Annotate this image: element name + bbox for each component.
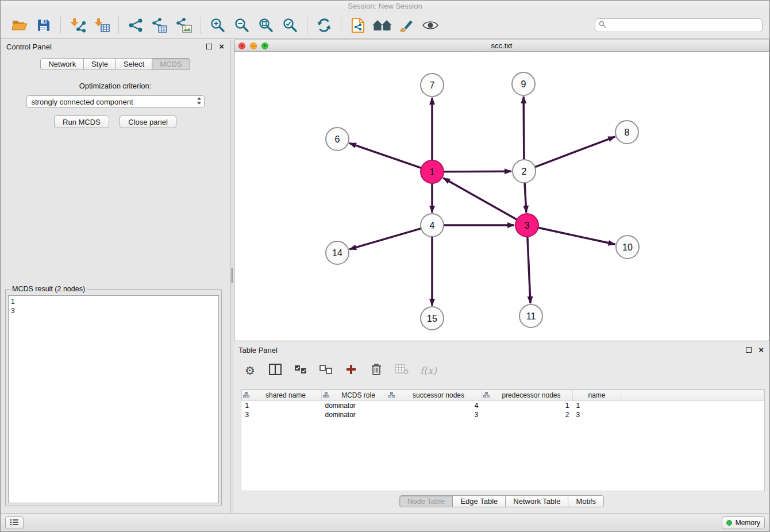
cell-name[interactable]: 3 (573, 410, 621, 419)
refresh-view-button[interactable] (312, 14, 336, 36)
cell-mcds-role[interactable]: dominator (322, 401, 387, 410)
show-graphics-details-button[interactable] (418, 14, 442, 36)
tab-mcds[interactable]: MCDS (152, 58, 190, 70)
mcds-result-item: 1 (11, 297, 216, 306)
close-panel-icon[interactable]: × (219, 44, 224, 49)
column-header-predecessor-nodes[interactable]: predecessor nodes (482, 390, 573, 401)
import-network-button[interactable] (66, 14, 90, 36)
column-header-successor-nodes[interactable]: successor nodes (387, 390, 482, 401)
zoom-in-button[interactable] (206, 14, 230, 36)
refresh-icon (317, 18, 332, 33)
select-all-icon (294, 365, 307, 376)
criterion-dropdown[interactable]: strongly connected component (26, 95, 205, 108)
network-canvas[interactable]: 7968124314101511 (234, 52, 769, 341)
show-columns-button[interactable] (268, 363, 282, 379)
float-table-panel-icon[interactable] (746, 347, 752, 353)
table-header-row: shared name MCDS role (242, 390, 764, 401)
cell-predecessor-nodes[interactable]: 1 (482, 401, 573, 410)
status-bar: Memory (1, 513, 769, 531)
zoom-out-button[interactable] (230, 14, 254, 36)
memory-button[interactable]: Memory (722, 516, 765, 529)
column-header-name[interactable]: name (573, 390, 621, 401)
cell-filler (621, 401, 764, 410)
column-header-mcds-role[interactable]: MCDS role (322, 390, 387, 401)
close-window-icon[interactable]: × (238, 43, 245, 49)
zoom-window-icon[interactable]: + (261, 43, 268, 49)
network-image-button[interactable] (172, 14, 196, 36)
graph-edge-1-2[interactable] (444, 171, 511, 172)
delete-column-button[interactable] (369, 363, 383, 379)
graph-node-label-15: 15 (427, 314, 437, 323)
graph-node-label-6: 6 (335, 134, 340, 144)
import-network-icon (70, 18, 86, 33)
table-toolbar: ⚙ (243, 358, 764, 383)
tab-edge-table[interactable]: Edge Table (452, 495, 506, 507)
graph-edge-3-1[interactable] (443, 178, 517, 219)
search-icon (599, 20, 606, 30)
criterion-selected-value: strongly connected component (32, 98, 197, 106)
mcds-result-list[interactable]: 1 3 (8, 295, 219, 503)
graph-edge-4-14[interactable] (349, 229, 421, 249)
network-table-icon (152, 18, 168, 33)
add-column-button[interactable] (344, 363, 358, 379)
cell-filler (621, 410, 764, 419)
cell-name[interactable]: 1 (573, 401, 621, 410)
graph-edge-3-11[interactable] (528, 237, 530, 303)
task-history-button[interactable] (5, 516, 24, 529)
tab-network-table[interactable]: Network Table (505, 495, 568, 507)
graph-edge-2-3[interactable] (525, 183, 526, 213)
control-panel-header: Control Panel × (1, 40, 230, 53)
deselect-all-button[interactable] (319, 363, 333, 379)
tab-node-table[interactable]: Node Table (399, 495, 453, 507)
import-table-button[interactable] (90, 14, 114, 36)
run-mcds-button[interactable]: Run MCDS (54, 115, 109, 128)
close-table-panel-icon[interactable]: × (759, 347, 764, 353)
cell-predecessor-nodes[interactable]: 2 (482, 410, 573, 419)
table-panel-header: Table Panel × (234, 343, 769, 357)
eye-icon (422, 20, 439, 31)
cell-successor-nodes[interactable]: 4 (387, 401, 482, 410)
minimize-window-icon[interactable]: − (250, 43, 257, 49)
column-header-shared-name[interactable]: shared name (242, 390, 322, 401)
graph-edge-3-10[interactable] (538, 228, 615, 244)
control-panel: Control Panel × Network Style Select MCD… (1, 40, 230, 513)
network-from-table-button[interactable] (148, 14, 172, 36)
open-file-button[interactable] (7, 14, 32, 36)
cell-mcds-role[interactable]: dominator (322, 410, 387, 419)
column-tree-icon (388, 391, 395, 399)
function-builder-button[interactable]: f(x) (420, 363, 437, 379)
dropdown-stepper-icon (197, 97, 202, 107)
apply-style-button[interactable] (394, 14, 418, 36)
close-panel-button[interactable]: Close panel (120, 115, 176, 128)
cell-shared-name[interactable]: 3 (242, 410, 322, 419)
search-input[interactable] (609, 21, 759, 29)
column-tree-icon (483, 391, 490, 399)
select-all-button[interactable] (294, 363, 307, 379)
optimization-criterion-label: Optimization criterion: (1, 82, 230, 90)
network-image-icon (176, 18, 192, 33)
new-network-button[interactable] (124, 14, 148, 36)
main-toolbar (1, 12, 769, 39)
zoom-selected-button[interactable] (278, 14, 302, 36)
graph-edge-2-9[interactable] (523, 97, 524, 160)
graph-edge-2-8[interactable] (535, 137, 615, 167)
network-graph-svg[interactable]: 7968124314101511 (234, 52, 770, 341)
save-session-button[interactable] (32, 14, 56, 36)
export-network-button[interactable] (346, 14, 370, 36)
graph-node-label-9: 9 (521, 79, 526, 89)
tab-motifs[interactable]: Motifs (568, 495, 604, 507)
table-settings-button[interactable]: ⚙ (243, 363, 257, 379)
graph-edge-1-6[interactable] (349, 143, 421, 168)
float-panel-icon[interactable] (206, 44, 212, 49)
tab-style[interactable]: Style (83, 58, 116, 70)
cell-successor-nodes[interactable]: 3 (387, 410, 482, 419)
paintbrush-icon (399, 18, 414, 33)
graph-node-label-10: 10 (622, 242, 633, 252)
cell-shared-name[interactable]: 1 (242, 401, 322, 410)
toolbar-separator (118, 17, 119, 34)
zoom-fit-button[interactable] (254, 14, 278, 36)
tab-select[interactable]: Select (116, 58, 152, 70)
tab-network[interactable]: Network (40, 58, 84, 70)
delete-table-button[interactable] (395, 363, 409, 379)
first-neighbors-button[interactable] (370, 14, 394, 36)
